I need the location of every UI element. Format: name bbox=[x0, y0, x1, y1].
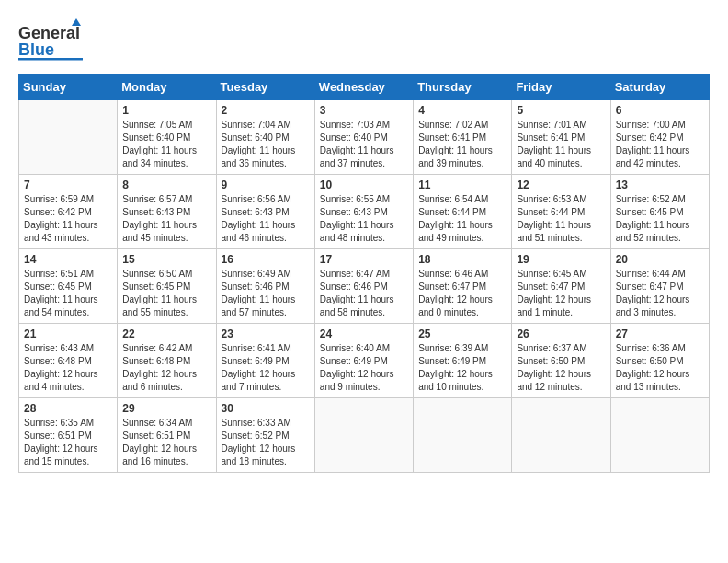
day-number: 17 bbox=[320, 253, 408, 266]
calendar-cell bbox=[512, 398, 610, 473]
day-info: Sunrise: 6:55 AMSunset: 6:43 PMDaylight:… bbox=[320, 193, 408, 245]
page-header: General Blue bbox=[18, 18, 710, 64]
day-number: 2 bbox=[222, 104, 310, 117]
weekday-header: Sunday bbox=[19, 75, 118, 100]
calendar-cell: 2Sunrise: 7:04 AMSunset: 6:40 PMDaylight… bbox=[216, 100, 314, 175]
calendar-cell: 30Sunrise: 6:33 AMSunset: 6:52 PMDayligh… bbox=[216, 398, 314, 473]
day-number: 12 bbox=[517, 178, 605, 191]
day-number: 10 bbox=[320, 178, 408, 191]
weekday-header: Wednesday bbox=[314, 75, 413, 100]
calendar-cell: 29Sunrise: 6:34 AMSunset: 6:51 PMDayligh… bbox=[118, 398, 216, 473]
calendar-cell: 7Sunrise: 6:59 AMSunset: 6:42 PMDaylight… bbox=[19, 175, 118, 249]
calendar-cell: 10Sunrise: 6:55 AMSunset: 6:43 PMDayligh… bbox=[314, 175, 413, 249]
day-info: Sunrise: 6:36 AMSunset: 6:50 PMDaylight:… bbox=[616, 342, 704, 394]
day-info: Sunrise: 6:56 AMSunset: 6:43 PMDaylight:… bbox=[222, 193, 310, 245]
day-info: Sunrise: 6:52 AMSunset: 6:45 PMDaylight:… bbox=[616, 193, 704, 245]
day-number: 11 bbox=[418, 178, 506, 191]
day-info: Sunrise: 6:43 AMSunset: 6:48 PMDaylight:… bbox=[24, 342, 112, 394]
day-info: Sunrise: 7:02 AMSunset: 6:41 PMDaylight:… bbox=[418, 119, 506, 170]
calendar-cell bbox=[610, 398, 709, 473]
day-info: Sunrise: 6:49 AMSunset: 6:46 PMDaylight:… bbox=[222, 268, 310, 319]
day-info: Sunrise: 7:00 AMSunset: 6:42 PMDaylight:… bbox=[616, 119, 704, 170]
svg-text:General: General bbox=[18, 24, 80, 42]
calendar-cell: 14Sunrise: 6:51 AMSunset: 6:45 PMDayligh… bbox=[19, 249, 118, 324]
day-info: Sunrise: 7:05 AMSunset: 6:40 PMDaylight:… bbox=[122, 119, 210, 170]
day-number: 4 bbox=[418, 104, 506, 117]
calendar-cell: 5Sunrise: 7:01 AMSunset: 6:41 PMDaylight… bbox=[512, 100, 610, 175]
day-number: 5 bbox=[517, 104, 605, 117]
day-info: Sunrise: 6:37 AMSunset: 6:50 PMDaylight:… bbox=[517, 342, 605, 394]
day-number: 14 bbox=[24, 253, 112, 266]
calendar-cell: 25Sunrise: 6:39 AMSunset: 6:49 PMDayligh… bbox=[414, 324, 512, 398]
svg-rect-3 bbox=[18, 58, 83, 61]
day-number: 28 bbox=[24, 402, 112, 415]
day-number: 16 bbox=[222, 253, 310, 266]
calendar-cell: 23Sunrise: 6:41 AMSunset: 6:49 PMDayligh… bbox=[216, 324, 314, 398]
day-info: Sunrise: 6:51 AMSunset: 6:45 PMDaylight:… bbox=[24, 268, 112, 319]
day-info: Sunrise: 6:44 AMSunset: 6:47 PMDaylight:… bbox=[616, 268, 704, 319]
calendar-cell: 16Sunrise: 6:49 AMSunset: 6:46 PMDayligh… bbox=[216, 249, 314, 324]
svg-text:Blue: Blue bbox=[18, 40, 54, 59]
calendar-cell: 9Sunrise: 6:56 AMSunset: 6:43 PMDaylight… bbox=[216, 175, 314, 249]
day-number: 9 bbox=[222, 178, 310, 191]
calendar-week-row: 14Sunrise: 6:51 AMSunset: 6:45 PMDayligh… bbox=[19, 249, 710, 324]
day-info: Sunrise: 6:42 AMSunset: 6:48 PMDaylight:… bbox=[122, 342, 210, 394]
day-number: 25 bbox=[418, 327, 506, 340]
day-number: 30 bbox=[222, 402, 310, 415]
day-number: 24 bbox=[320, 327, 408, 340]
day-info: Sunrise: 7:01 AMSunset: 6:41 PMDaylight:… bbox=[517, 119, 605, 170]
calendar-cell: 22Sunrise: 6:42 AMSunset: 6:48 PMDayligh… bbox=[118, 324, 216, 398]
day-number: 13 bbox=[616, 178, 704, 191]
day-number: 22 bbox=[122, 327, 210, 340]
day-number: 7 bbox=[24, 178, 112, 191]
calendar-week-row: 28Sunrise: 6:35 AMSunset: 6:51 PMDayligh… bbox=[19, 398, 710, 473]
weekday-header: Friday bbox=[512, 75, 610, 100]
day-info: Sunrise: 6:53 AMSunset: 6:44 PMDaylight:… bbox=[517, 193, 605, 245]
calendar-week-row: 7Sunrise: 6:59 AMSunset: 6:42 PMDaylight… bbox=[19, 175, 710, 249]
day-number: 1 bbox=[122, 104, 210, 117]
calendar-week-row: 1Sunrise: 7:05 AMSunset: 6:40 PMDaylight… bbox=[19, 100, 710, 175]
day-number: 23 bbox=[222, 327, 310, 340]
calendar-cell bbox=[19, 100, 118, 175]
day-info: Sunrise: 6:35 AMSunset: 6:51 PMDaylight:… bbox=[24, 417, 112, 468]
calendar-cell: 20Sunrise: 6:44 AMSunset: 6:47 PMDayligh… bbox=[610, 249, 709, 324]
day-info: Sunrise: 6:46 AMSunset: 6:47 PMDaylight:… bbox=[418, 268, 506, 319]
calendar-cell: 12Sunrise: 6:53 AMSunset: 6:44 PMDayligh… bbox=[512, 175, 610, 249]
day-info: Sunrise: 6:40 AMSunset: 6:49 PMDaylight:… bbox=[320, 342, 408, 394]
day-number: 19 bbox=[517, 253, 605, 266]
calendar-cell: 6Sunrise: 7:00 AMSunset: 6:42 PMDaylight… bbox=[610, 100, 709, 175]
day-info: Sunrise: 6:59 AMSunset: 6:42 PMDaylight:… bbox=[24, 193, 112, 245]
logo: General Blue bbox=[18, 18, 83, 64]
day-number: 21 bbox=[24, 327, 112, 340]
day-number: 8 bbox=[122, 178, 210, 191]
calendar-cell: 27Sunrise: 6:36 AMSunset: 6:50 PMDayligh… bbox=[610, 324, 709, 398]
calendar-cell: 18Sunrise: 6:46 AMSunset: 6:47 PMDayligh… bbox=[414, 249, 512, 324]
weekday-header: Monday bbox=[118, 75, 216, 100]
calendar-cell: 26Sunrise: 6:37 AMSunset: 6:50 PMDayligh… bbox=[512, 324, 610, 398]
calendar-cell: 15Sunrise: 6:50 AMSunset: 6:45 PMDayligh… bbox=[118, 249, 216, 324]
day-number: 15 bbox=[122, 253, 210, 266]
calendar-cell: 1Sunrise: 7:05 AMSunset: 6:40 PMDaylight… bbox=[118, 100, 216, 175]
weekday-header: Saturday bbox=[610, 75, 709, 100]
calendar-cell: 24Sunrise: 6:40 AMSunset: 6:49 PMDayligh… bbox=[314, 324, 413, 398]
day-number: 3 bbox=[320, 104, 408, 117]
calendar-cell: 4Sunrise: 7:02 AMSunset: 6:41 PMDaylight… bbox=[414, 100, 512, 175]
day-info: Sunrise: 6:50 AMSunset: 6:45 PMDaylight:… bbox=[122, 268, 210, 319]
calendar-cell: 8Sunrise: 6:57 AMSunset: 6:43 PMDaylight… bbox=[118, 175, 216, 249]
day-number: 27 bbox=[616, 327, 704, 340]
day-number: 20 bbox=[616, 253, 704, 266]
day-number: 26 bbox=[517, 327, 605, 340]
day-info: Sunrise: 6:57 AMSunset: 6:43 PMDaylight:… bbox=[122, 193, 210, 245]
weekday-header: Tuesday bbox=[216, 75, 314, 100]
calendar-cell: 13Sunrise: 6:52 AMSunset: 6:45 PMDayligh… bbox=[610, 175, 709, 249]
day-number: 6 bbox=[616, 104, 704, 117]
calendar-cell: 11Sunrise: 6:54 AMSunset: 6:44 PMDayligh… bbox=[414, 175, 512, 249]
logo-svg: General Blue bbox=[18, 18, 83, 64]
calendar-table: SundayMondayTuesdayWednesdayThursdayFrid… bbox=[18, 74, 710, 473]
day-info: Sunrise: 6:34 AMSunset: 6:51 PMDaylight:… bbox=[122, 417, 210, 468]
day-info: Sunrise: 7:03 AMSunset: 6:40 PMDaylight:… bbox=[320, 119, 408, 170]
calendar-week-row: 21Sunrise: 6:43 AMSunset: 6:48 PMDayligh… bbox=[19, 324, 710, 398]
day-info: Sunrise: 6:45 AMSunset: 6:47 PMDaylight:… bbox=[517, 268, 605, 319]
day-info: Sunrise: 7:04 AMSunset: 6:40 PMDaylight:… bbox=[222, 119, 310, 170]
day-number: 18 bbox=[418, 253, 506, 266]
